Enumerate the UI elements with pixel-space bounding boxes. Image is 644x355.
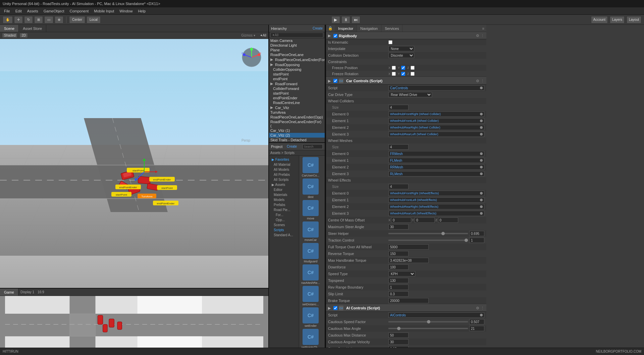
we-size-input[interactable] [388, 184, 409, 189]
rect-tool[interactable]: ▭ [44, 16, 53, 23]
proj-materials[interactable]: Materials [270, 192, 298, 197]
hierarchy-create-btn[interactable]: Create [313, 27, 323, 30]
wc-element3-ref[interactable]: WheelHubRearLeft (Wheel Collider) [388, 132, 484, 137]
wm-element2-ref[interactable]: RRMesh [388, 164, 484, 170]
cautious-max-distance-input[interactable] [388, 333, 409, 338]
inspector-menu-btn[interactable]: ≡ [480, 27, 486, 31]
layers-dropdown[interactable]: Layers [610, 16, 625, 23]
menu-mobile-input[interactable]: Mobile Input [91, 8, 117, 14]
menu-window[interactable]: Window [117, 8, 135, 14]
wc-element0-ref[interactable]: WheelHubFrontRight (Wheel Collider) [388, 111, 484, 117]
tab-game[interactable]: Game [0, 289, 18, 296]
hier-main-camera[interactable]: Main Camera [269, 38, 325, 43]
rev-range-input[interactable] [388, 285, 409, 290]
wc-size-input[interactable] [388, 105, 409, 110]
ai-controls-gear-icon[interactable]: ⚙ [476, 306, 479, 310]
asset-setdistance[interactable]: C# setDistanc... [301, 286, 321, 306]
traction-control-input[interactable] [469, 238, 484, 243]
hier-start-point-2[interactable]: startPoint [269, 91, 325, 96]
hier-end-point-ender[interactable]: endPointEnder [269, 96, 325, 100]
tab-navigation[interactable]: Navigation [357, 25, 381, 32]
wc-element3-value[interactable]: WheelHubRearLeft (Wheel Collider) [388, 132, 484, 137]
downforce-input[interactable] [388, 264, 409, 270]
freeze-pos-y-checkbox[interactable] [401, 66, 405, 70]
proj-all-models[interactable]: All Models [270, 167, 298, 172]
we-element3-value[interactable]: WheelHubRearLeft (WheelEffects) [388, 211, 484, 216]
wm-element0-ref[interactable]: FRMesh [388, 151, 484, 156]
rigidbody-more-icon[interactable]: ⋮ [481, 34, 484, 38]
menu-edit[interactable]: Edit [13, 8, 24, 14]
hier-road-opp[interactable]: RoadPieceOneLaneEnder(Opp) [269, 115, 325, 119]
hier-road-one-lane-ender[interactable]: ▶RoadPieceOneLaneEnder(For) [269, 57, 325, 62]
proj-opp[interactable]: Opp... [270, 217, 298, 222]
menu-assets[interactable]: Assets [24, 8, 41, 14]
we-element2-value[interactable]: WheelHubRearRight (WheelEffects) [388, 204, 484, 209]
com-z-input[interactable] [438, 217, 458, 223]
scale-tool[interactable]: ⊞ [34, 16, 43, 23]
move-tool[interactable]: ✛ [14, 16, 23, 23]
asset-move[interactable]: C# move [301, 200, 321, 220]
wm-element1-ref[interactable]: FLMesh [388, 158, 484, 163]
car-controls-more-icon[interactable]: ⋮ [481, 79, 484, 83]
hier-road-centre-line[interactable]: RoadCentreLine [269, 100, 325, 105]
proj-all-prefabs[interactable]: All Prefabs [270, 172, 298, 177]
project-search-input[interactable] [303, 144, 323, 149]
proj-road-pie[interactable]: Road Pie... [270, 207, 298, 212]
game-aspect[interactable]: 16:9 [36, 290, 45, 294]
hier-collider-opposing[interactable]: ColliderOpposing [269, 67, 325, 72]
wm-element2-value[interactable]: RRMesh [388, 164, 484, 170]
freeze-rot-x-checkbox[interactable] [392, 72, 396, 76]
freeze-rot-z-checkbox[interactable] [411, 72, 415, 76]
wm-element3-ref[interactable]: RLMesh [388, 171, 484, 176]
car-script-ref[interactable]: CarControls [388, 85, 484, 91]
topspeed-input[interactable] [388, 278, 409, 283]
we-element1-ref[interactable]: WheelHubFrontLeft (WheelEffects) [388, 197, 484, 203]
freeze-rot-y-checkbox[interactable] [401, 72, 405, 76]
proj-scenes[interactable]: Scenes [270, 222, 298, 227]
ai-controls-enabled-checkbox[interactable] [333, 306, 337, 310]
asset-navmesh[interactable]: C# navMeshRe... [301, 264, 321, 285]
menu-component[interactable]: Component [67, 8, 91, 14]
car-script-value[interactable]: CarControls [388, 85, 484, 91]
proj-all-scripts[interactable]: All Scripts [270, 177, 298, 182]
traction-control-slider[interactable] [388, 240, 468, 241]
scene-view[interactable]: Shaded 2D Gizmos ▾ ✦All [0, 32, 268, 288]
rigidbody-gear-icon[interactable]: ⚙ [476, 34, 479, 38]
steer-helper-input[interactable] [469, 231, 484, 236]
ai-controls-foldout[interactable]: ▶ [328, 306, 331, 310]
project-create-btn[interactable]: Create [287, 145, 297, 148]
cautious-max-angle-slider[interactable] [388, 328, 468, 329]
we-element2-ref[interactable]: WheelHubRearRight (WheelEffects) [388, 204, 484, 209]
wm-element0-value[interactable]: FRMesh [388, 151, 484, 156]
cautious-speed-slider[interactable] [388, 321, 468, 322]
cautious-angular-input[interactable] [388, 339, 409, 345]
car-drive-type-dropdown[interactable]: Rear Wheel Drive Front Wheel Drive All W… [388, 92, 432, 97]
account-dropdown[interactable]: Account [591, 16, 608, 23]
custom-tool[interactable]: ⊕ [55, 16, 63, 23]
asset-setpoints[interactable]: C# setPointsTh... [301, 329, 321, 349]
max-steer-angle-input[interactable] [388, 224, 409, 230]
menu-help[interactable]: Help [135, 8, 148, 14]
2d-btn[interactable]: 2D [19, 33, 28, 38]
we-element3-ref[interactable]: WheelHubRearLeft (WheelEffects) [388, 211, 484, 216]
asset-movecar[interactable]: C# moveCar [301, 221, 321, 242]
brake-torque-input[interactable] [388, 298, 429, 303]
asset-dest[interactable]: C# dest [301, 179, 321, 199]
max-handbrake-input[interactable] [388, 258, 429, 263]
hierarchy-search-input[interactable] [270, 33, 323, 38]
layout-dropdown[interactable]: Layout [627, 16, 641, 23]
proj-models[interactable]: Models [270, 197, 298, 202]
rigidbody-foldout[interactable]: ▶ [328, 34, 331, 38]
interpolate-dropdown[interactable]: None Interpolate Extrapolate [388, 46, 414, 51]
game-display[interactable]: Display 1 [18, 290, 36, 294]
proj-all-material[interactable]: All Material [270, 162, 298, 167]
car-controls-enabled-checkbox[interactable] [333, 79, 337, 83]
com-y-input[interactable] [415, 217, 435, 223]
asset-mudguard[interactable]: C# Mudguard [301, 243, 321, 263]
tab-inspector[interactable]: Inspector [335, 25, 357, 32]
full-torque-input[interactable] [388, 244, 429, 250]
freeze-pos-z-checkbox[interactable] [411, 66, 415, 70]
slip-limit-input[interactable] [388, 291, 409, 297]
cautious-speed-input[interactable] [469, 319, 484, 324]
cautious-max-angle-input[interactable] [469, 326, 484, 331]
